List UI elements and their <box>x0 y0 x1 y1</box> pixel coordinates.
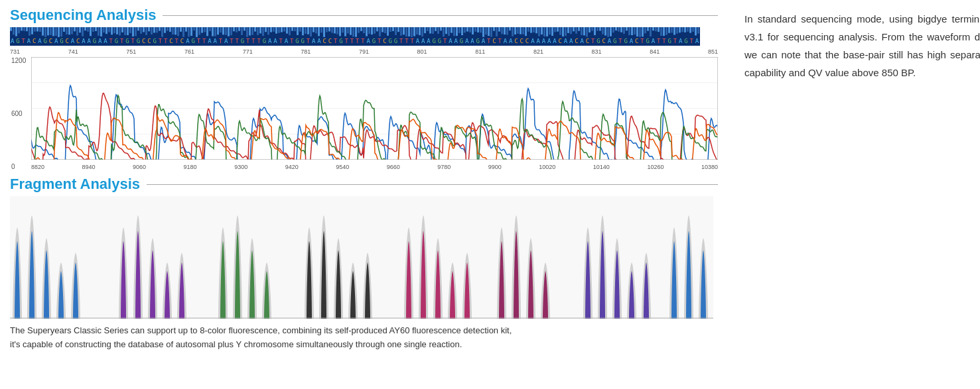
right-panel: In standard sequencing mode, using bigdy… <box>731 7 980 352</box>
left-panel: Sequencing Analysis 731 741 751 761 771 … <box>10 7 731 352</box>
sequencing-section: Sequencing Analysis 731 741 751 761 771 … <box>10 7 718 170</box>
description-text: In standard sequencing mode, using bigdy… <box>744 10 980 82</box>
y-axis-labels: 1200 600 0 <box>11 57 26 170</box>
sequencing-chart-canvas <box>31 57 718 160</box>
fragment-chart-container <box>10 196 718 319</box>
fragment-section: Fragment Analysis The Superyears Classic… <box>10 176 718 352</box>
fragment-description: The Superyears Classic Series can suppor… <box>10 324 718 352</box>
seq-x-axis: 731 741 751 761 771 781 791 801 811 821 … <box>10 48 718 55</box>
sequencing-title: Sequencing Analysis <box>10 7 718 24</box>
sequence-bar-canvas <box>10 27 700 46</box>
seq-chart-x-axis: 8820 8940 9060 9180 9300 9420 9540 9660 … <box>31 164 718 170</box>
main-container: Sequencing Analysis 731 741 751 761 771 … <box>0 0 980 359</box>
fragment-chart-canvas <box>10 196 713 319</box>
fragment-title: Fragment Analysis <box>10 176 718 193</box>
chart-wrapper: 1200 600 0 8820 8940 9060 9180 9300 9420… <box>31 57 718 170</box>
